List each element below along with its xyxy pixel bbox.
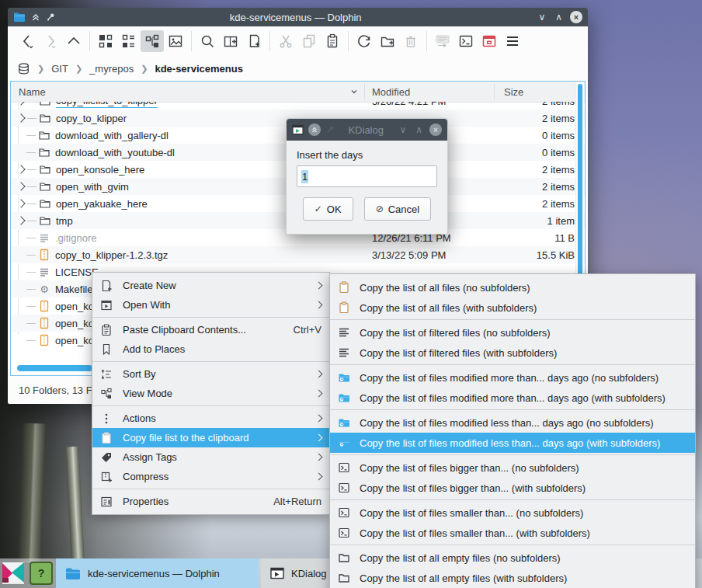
maximize-button[interactable]: ∧ (553, 12, 565, 22)
taskbar-task-dolphin[interactable]: kde-servicemenus — Dolphin (56, 558, 259, 588)
cut-button[interactable] (274, 30, 297, 52)
submenu-item[interactable]: Copy the list of all empty files (with s… (330, 568, 695, 588)
keep-above-icon[interactable] (308, 124, 321, 136)
maximize-button[interactable]: ∧ (413, 125, 425, 134)
menu-item-paste[interactable]: Paste Clipboard Contents...Ctrl+V (92, 320, 329, 339)
menu-separator (330, 364, 695, 365)
term-icon (338, 482, 350, 494)
forward-button[interactable] (39, 30, 62, 52)
breadcrumb-segment-current[interactable]: kde-servicemenus (155, 63, 242, 75)
app-launcher-icon[interactable] (2, 562, 25, 585)
input-tools-icon[interactable] (431, 30, 454, 52)
menu-item-view-mode[interactable]: View Mode (92, 384, 329, 403)
days-input[interactable]: 1 (297, 165, 437, 187)
new-tab-button[interactable] (242, 30, 266, 52)
folder-icon (39, 112, 51, 124)
green-app-icon[interactable]: ? (30, 562, 53, 585)
menu-item-properties[interactable]: PropertiesAlt+Return (92, 492, 329, 511)
folder-icon (338, 572, 350, 584)
expander-icon[interactable] (16, 199, 25, 207)
menu-item-add-to-places[interactable]: Add to Places (92, 339, 329, 359)
menu-item-sort-by[interactable]: Sort By (92, 364, 329, 384)
menu-item-create-new[interactable]: Create New (92, 276, 329, 295)
dolphin-titlebar[interactable]: kde-servicemenus — Dolphin ∨ ∧ × (8, 8, 588, 26)
expander-icon[interactable] (16, 216, 25, 224)
submenu-item[interactable]: Copy the list of files bigger than... (w… (330, 478, 695, 498)
breadcrumb-segment[interactable]: GIT (51, 63, 68, 75)
table-row[interactable]: copy_to_klipper-1.2.3.tgz 3/13/22 5:09 P… (11, 246, 585, 263)
submenu-arrow-icon (315, 301, 323, 309)
pin-icon[interactable] (325, 125, 335, 134)
kdialog-titlebar[interactable]: KDialog ∨ ∧ × (287, 119, 447, 141)
close-button[interactable]: × (570, 11, 582, 23)
submenu-item[interactable]: Copy the list of files bigger than... (n… (330, 458, 695, 478)
trash-button[interactable] (399, 30, 422, 52)
cancel-button[interactable]: ⊘ Cancel (364, 197, 432, 221)
compact-view-button[interactable] (117, 30, 141, 52)
submenu-item[interactable]: Copy the list of files modified more tha… (330, 367, 695, 388)
back-button[interactable] (16, 30, 39, 52)
column-header-size[interactable]: Size (504, 82, 523, 102)
expander-icon[interactable] (16, 182, 25, 190)
breadcrumb-segment[interactable]: _myrepos (89, 63, 134, 75)
toolbar-separator (89, 31, 90, 51)
expander-icon[interactable] (16, 102, 25, 106)
submenu-item[interactable]: Copy the list of files modified more tha… (330, 388, 695, 408)
column-header-name[interactable]: Name (19, 82, 46, 102)
menu-item-open-with[interactable]: Open With (92, 295, 329, 315)
submenu-item[interactable]: Copy the list of filtered files (no subf… (330, 322, 695, 343)
column-divider[interactable] (494, 84, 495, 99)
submenu-item[interactable]: Copy the list of all empty files (no sub… (330, 548, 695, 568)
icons-view-button[interactable] (94, 30, 117, 52)
menu-item-copy-file-list[interactable]: Copy file list to the clipboard (92, 428, 329, 447)
pin-icon[interactable] (46, 12, 55, 22)
details-view-button[interactable] (141, 30, 164, 52)
submenu-item[interactable]: Copy the list of files smaller than... (… (330, 523, 695, 543)
preview-button[interactable] (164, 30, 187, 52)
paste-icon (100, 324, 113, 336)
folder-icon (39, 180, 51, 193)
minimize-button[interactable]: ∨ (536, 12, 547, 22)
refresh-button[interactable] (353, 30, 376, 52)
ok-button[interactable]: ✓ OK (303, 197, 353, 221)
submenu-item[interactable]: Copy the list of all files (no subfolder… (330, 277, 695, 297)
copy-button[interactable] (297, 30, 321, 52)
column-divider[interactable] (364, 84, 365, 99)
split-view-button[interactable] (219, 30, 242, 52)
clipboard-icon (100, 432, 113, 444)
sort-indicator-icon[interactable] (350, 88, 358, 96)
hamburger-menu-button[interactable] (501, 30, 524, 52)
drive-icon[interactable] (17, 62, 30, 75)
horizontal-scrollbar[interactable] (17, 365, 92, 371)
up-button[interactable] (62, 30, 85, 52)
panel-red-button[interactable] (478, 30, 501, 52)
keep-above-icon[interactable] (31, 12, 40, 22)
toolbar-separator (426, 31, 427, 51)
folder-icon (39, 163, 51, 176)
breadcrumb: ❯ GIT ❯ _myrepos ❯ kde-servicemenus (8, 56, 588, 81)
new-folder-button[interactable] (376, 30, 399, 52)
folder-icon (338, 551, 350, 564)
submenu-item[interactable]: Copy the list of all files (with subfold… (330, 297, 695, 318)
table-row[interactable]: copy_filelist_to_klipper 5/26/22 4:21 PM… (11, 102, 585, 110)
column-header-modified[interactable]: Modified (372, 82, 410, 102)
paste-button[interactable] (321, 30, 344, 52)
submenu-arrow-icon (315, 282, 323, 290)
breadcrumb-separator: ❯ (33, 64, 48, 74)
menu-item-compress[interactable]: Compress (92, 467, 329, 486)
menu-separator (330, 319, 695, 320)
menu-separator (92, 317, 329, 318)
kdialog-window: KDialog ∨ ∧ × Insert the days 1 ✓ OK ⊘ C… (286, 118, 448, 235)
menu-item-actions[interactable]: Actions (92, 409, 329, 428)
submenu-item[interactable]: Copy the list of files smaller than... (… (330, 503, 695, 523)
submenu-item[interactable]: Copy the list of filtered files (with su… (330, 343, 695, 363)
submenu-item[interactable]: Copy the list of files modified less tha… (330, 433, 695, 453)
submenu-item[interactable]: Copy the list of files modified less tha… (330, 412, 695, 433)
menu-item-assign-tags[interactable]: Assign Tags (92, 447, 329, 467)
expander-icon[interactable] (16, 113, 25, 122)
search-button[interactable] (196, 30, 219, 52)
close-button[interactable]: × (429, 124, 442, 136)
terminal-button[interactable] (454, 30, 478, 52)
expander-icon[interactable] (16, 165, 25, 173)
minimize-button[interactable]: ∨ (397, 125, 408, 134)
